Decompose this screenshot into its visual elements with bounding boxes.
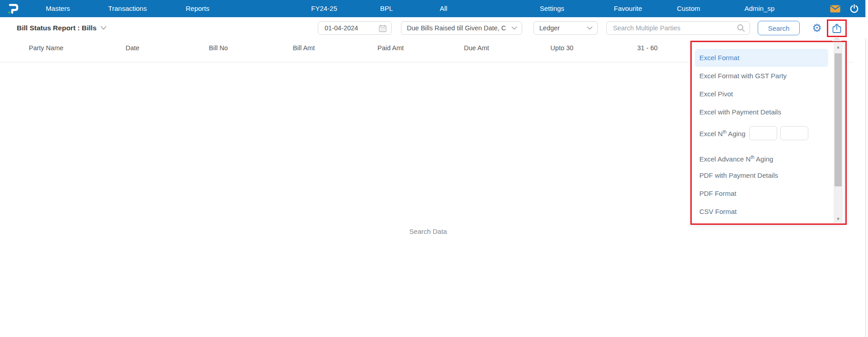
nav-item-transactions[interactable]: Transactions xyxy=(108,0,146,17)
app-logo-icon[interactable] xyxy=(6,2,20,15)
search-button[interactable]: Search xyxy=(758,21,800,35)
menu-item-pdf-payment-details[interactable]: PDF with Payment Details xyxy=(692,166,826,185)
ledger-select[interactable]: Ledger xyxy=(533,21,598,35)
aging-from-input[interactable] xyxy=(749,126,777,140)
power-icon[interactable] xyxy=(848,0,860,17)
export-icon[interactable] xyxy=(832,23,842,34)
chevron-down-icon xyxy=(587,26,593,30)
scrollbar-thumb[interactable] xyxy=(835,53,842,186)
column-header-party-name: Party Name xyxy=(29,43,64,53)
app-window: Masters Transactions Reports FY24-25 BPL… xyxy=(0,0,868,337)
menu-item-pdf-format[interactable]: PDF Format xyxy=(692,185,826,203)
search-icon xyxy=(737,24,745,32)
top-nav-bar: Masters Transactions Reports FY24-25 BPL… xyxy=(0,0,865,17)
column-header-date: Date xyxy=(126,43,140,53)
menu-item-excel-pivot[interactable]: Excel Pivot xyxy=(692,85,826,103)
column-header-upto-30: Upto 30 xyxy=(551,43,574,53)
column-header-paid-amt: Paid Amt xyxy=(377,43,404,53)
nav-item-admin-sp[interactable]: Admin_sp xyxy=(745,0,775,17)
column-header-31-60: 31 - 60 xyxy=(637,43,657,53)
nav-item-bpl[interactable]: BPL xyxy=(380,0,393,17)
bill-filter-select[interactable]: Due Bills Raised till Given Date, C xyxy=(401,21,522,35)
nav-item-settings[interactable]: Settings xyxy=(540,0,564,17)
aging-to-input[interactable] xyxy=(780,126,808,140)
mail-icon[interactable] xyxy=(829,0,841,17)
scroll-up-icon[interactable]: ▲ xyxy=(834,44,843,50)
nav-item-all[interactable]: All xyxy=(440,0,448,17)
chevron-down-icon xyxy=(511,26,517,30)
date-field[interactable]: 01-04-2024 xyxy=(318,21,392,35)
export-button-annotation xyxy=(827,19,847,37)
column-header-bill-no: Bill No xyxy=(209,43,228,53)
party-search-box xyxy=(606,21,750,35)
menu-scrollbar[interactable]: ▲ ▼ xyxy=(834,43,843,223)
nav-item-masters[interactable]: Masters xyxy=(46,0,70,17)
menu-item-excel-advance-nth-aging[interactable]: Excel Advance Nth Aging xyxy=(692,148,826,166)
gear-icon[interactable]: ⚙ xyxy=(810,20,824,36)
nav-item-fy24-25[interactable]: FY24-25 xyxy=(311,0,337,17)
empty-table-message: Search Data xyxy=(409,228,447,235)
ledger-value: Ledger xyxy=(539,24,584,32)
chevron-down-icon xyxy=(100,26,107,30)
nav-item-custom[interactable]: Custom xyxy=(677,0,700,17)
menu-item-csv-format[interactable]: CSV Format xyxy=(692,203,826,221)
report-title-dropdown[interactable]: Bill Status Report : Bills xyxy=(17,17,107,38)
page-title: Bill Status Report : Bills xyxy=(17,24,97,32)
bill-filter-value: Due Bills Raised till Given Date, C xyxy=(407,24,509,32)
column-header-due-amt: Due Amt xyxy=(464,43,489,53)
menu-item-excel-payment-details[interactable]: Excel with Payment Details xyxy=(692,103,826,121)
page-scrollbar[interactable] xyxy=(865,0,868,337)
calendar-icon[interactable] xyxy=(379,24,387,32)
column-header-bill-amt: Bill Amt xyxy=(293,43,315,53)
menu-item-excel-format[interactable]: Excel Format xyxy=(695,49,828,67)
scroll-down-icon[interactable]: ▼ xyxy=(834,216,843,222)
search-multiple-parties-input[interactable] xyxy=(612,24,734,32)
export-format-menu: Excel Format Excel Format with GST Party… xyxy=(692,42,844,224)
date-value: 01-04-2024 xyxy=(325,24,376,32)
menu-label: Excel Nth Aging xyxy=(699,123,745,143)
nav-item-reports[interactable]: Reports xyxy=(186,0,210,17)
menu-item-excel-format-gst-party[interactable]: Excel Format with GST Party xyxy=(692,67,826,85)
nav-item-favourite[interactable]: Favourite xyxy=(614,0,642,17)
menu-item-excel-nth-aging[interactable]: Excel Nth Aging xyxy=(692,121,826,145)
dropdown-pointer-caret xyxy=(832,37,842,41)
